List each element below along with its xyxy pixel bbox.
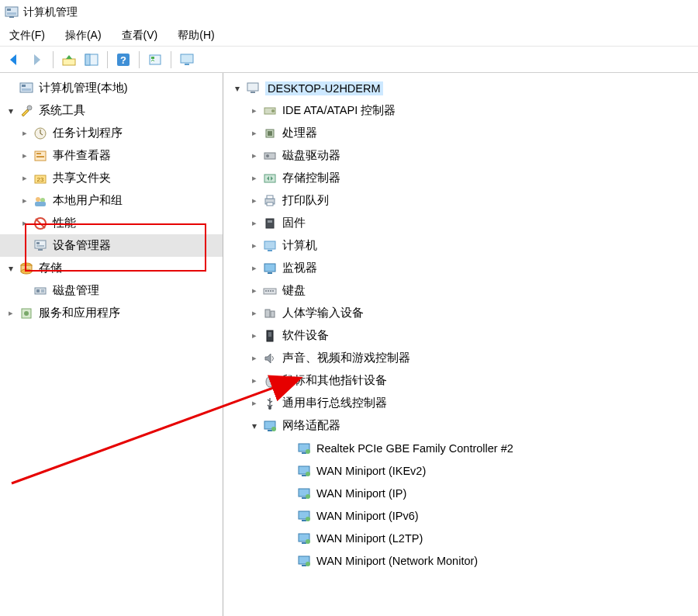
- expand-arrow-icon[interactable]: [248, 217, 261, 230]
- tree-item-performance[interactable]: 性能: [0, 212, 223, 234]
- nic-icon: [296, 531, 312, 546]
- toolbar: ?: [0, 47, 698, 73]
- expand-arrow-icon[interactable]: [248, 330, 261, 342]
- back-button[interactable]: [5, 50, 25, 70]
- tree-item-device-manager[interactable]: 设备管理器: [0, 234, 223, 257]
- tree-label: 计算机: [282, 238, 317, 253]
- tree-item-adapter[interactable]: WAN Miniport (Network Monitor): [223, 549, 698, 572]
- expand-arrow-icon[interactable]: [248, 127, 261, 140]
- expand-arrow-icon[interactable]: [248, 105, 261, 117]
- tree-label: 声音、视频和游戏控制器: [282, 351, 410, 365]
- tree-item-adapter[interactable]: Realtek PCIe GBE Family Controller #2: [223, 437, 698, 459]
- expand-arrow-icon[interactable]: [19, 127, 31, 140]
- tree-item-root-pc[interactable]: DESKTOP-U2HDERM: [223, 77, 698, 99]
- tree-item-monitor[interactable]: 监视器: [223, 257, 698, 279]
- menu-view[interactable]: 查看(V): [120, 27, 160, 44]
- tree-label: 磁盘驱动器: [282, 148, 340, 163]
- tree-item-services-apps[interactable]: 服务和应用程序: [0, 302, 223, 324]
- expand-arrow-icon[interactable]: [5, 105, 17, 117]
- menu-action[interactable]: 操作(A): [64, 27, 103, 44]
- svg-rect-19: [36, 153, 41, 154]
- up-button[interactable]: [59, 50, 79, 70]
- svg-rect-62: [265, 310, 270, 317]
- menu-help[interactable]: 帮助(H): [176, 27, 216, 44]
- tree-label: 系统工具: [39, 103, 85, 118]
- services-icon: [19, 306, 34, 321]
- tree-item-network-adapters[interactable]: 网络适配器: [223, 414, 698, 437]
- disk-mgmt-icon: [33, 283, 48, 299]
- tree-label: WAN Miniport (Network Monitor): [316, 555, 478, 567]
- tree-item-event-viewer[interactable]: 事件查看器: [0, 144, 223, 167]
- tree-item-adapter[interactable]: WAN Miniport (L2TP): [223, 527, 698, 549]
- expand-arrow-icon[interactable]: [248, 307, 261, 320]
- svg-text:23: 23: [37, 176, 44, 183]
- expand-arrow-icon[interactable]: [248, 195, 261, 207]
- tree-item-adapter[interactable]: WAN Miniport (IKEv2): [223, 459, 698, 482]
- app-icon: [5, 5, 19, 19]
- tree-item-software-devices[interactable]: 软件设备: [223, 324, 698, 347]
- tree-item-shared-folders[interactable]: 23 共享文件夹: [0, 167, 223, 189]
- expand-arrow-icon[interactable]: [19, 217, 31, 230]
- cpu-icon: [262, 126, 278, 141]
- printer-icon: [262, 193, 278, 209]
- tree-item-system-tools[interactable]: 系统工具: [0, 99, 223, 122]
- expand-arrow-icon[interactable]: [231, 82, 244, 95]
- svg-rect-70: [268, 430, 272, 431]
- tree-item-sound[interactable]: 声音、视频和游戏控制器: [223, 347, 698, 369]
- expand-arrow-icon[interactable]: [248, 420, 261, 432]
- svg-rect-28: [36, 242, 40, 244]
- forward-button[interactable]: [27, 50, 47, 70]
- svg-rect-6: [85, 54, 90, 65]
- tree-item-computer-management[interactable]: 计算机管理(本地): [0, 77, 223, 99]
- tree-item-firmware[interactable]: 固件: [223, 212, 698, 234]
- tree-item-ide[interactable]: IDE ATA/ATAPI 控制器: [223, 99, 698, 122]
- expand-arrow-icon[interactable]: [19, 172, 31, 185]
- svg-rect-9: [150, 55, 161, 64]
- svg-rect-11: [181, 54, 193, 63]
- expand-arrow-icon[interactable]: [5, 307, 17, 320]
- tree-item-print-queue[interactable]: 打印队列: [223, 189, 698, 212]
- expand-arrow-icon[interactable]: [248, 150, 261, 162]
- expand-arrow-icon[interactable]: [248, 352, 261, 365]
- svg-rect-25: [35, 202, 46, 206]
- tree-item-local-users[interactable]: 本地用户和组: [0, 189, 223, 212]
- show-hide-tree-button[interactable]: [81, 50, 102, 70]
- tree-item-storage-controllers[interactable]: 存储控制器: [223, 167, 698, 189]
- toolbar-separator: [53, 51, 54, 68]
- tree-item-task-scheduler[interactable]: 任务计划程序: [0, 122, 223, 144]
- svg-point-80: [306, 494, 310, 499]
- expand-arrow-icon[interactable]: [248, 375, 261, 387]
- tree-item-adapter[interactable]: WAN Miniport (IPv6): [223, 504, 698, 527]
- tree-item-computer[interactable]: 计算机: [223, 234, 698, 257]
- tree-item-hid[interactable]: 人体学输入设备: [223, 302, 698, 324]
- expand-arrow-icon[interactable]: [248, 285, 261, 297]
- tree-item-processor[interactable]: 处理器: [223, 122, 698, 144]
- expand-arrow-icon[interactable]: [5, 262, 17, 275]
- monitor-button[interactable]: [177, 50, 197, 70]
- tree-item-usb[interactable]: 通用串行总线控制器: [223, 392, 698, 414]
- svg-rect-49: [267, 196, 273, 199]
- expand-arrow-icon[interactable]: [19, 150, 31, 162]
- svg-rect-36: [41, 289, 44, 292]
- menu-file[interactable]: 文件(F): [8, 27, 47, 44]
- network-icon: [262, 418, 278, 434]
- help-button[interactable]: ?: [113, 50, 133, 70]
- expand-arrow-icon[interactable]: [248, 240, 261, 252]
- tree-item-disk-management[interactable]: 磁盘管理: [0, 279, 223, 302]
- tree-label: 磁盘管理: [53, 283, 99, 298]
- expand-arrow-icon[interactable]: [19, 195, 31, 207]
- scan-button[interactable]: [145, 50, 165, 70]
- tree-label: 性能: [53, 216, 76, 230]
- svg-rect-60: [270, 290, 271, 292]
- tree-item-mouse[interactable]: 鼠标和其他指针设备: [223, 369, 698, 392]
- speaker-icon: [262, 351, 278, 366]
- tree-item-storage[interactable]: 存储: [0, 257, 223, 279]
- tree-item-adapter[interactable]: WAN Miniport (IP): [223, 482, 698, 504]
- tree-item-disk-drives[interactable]: 磁盘驱动器: [223, 144, 698, 167]
- toolbar-separator: [107, 51, 108, 68]
- expand-arrow-icon[interactable]: [248, 172, 261, 185]
- right-device-tree: DESKTOP-U2HDERM IDE ATA/ATAPI 控制器 处理器 磁盘…: [223, 73, 698, 616]
- expand-arrow-icon[interactable]: [248, 397, 261, 410]
- tree-item-keyboard[interactable]: 键盘: [223, 279, 698, 302]
- expand-arrow-icon[interactable]: [248, 262, 261, 275]
